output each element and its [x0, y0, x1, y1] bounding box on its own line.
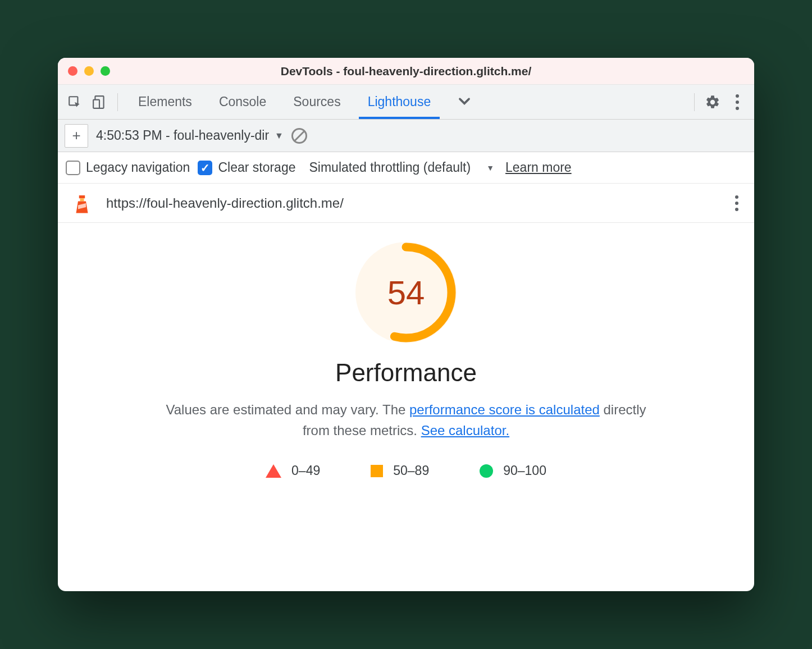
square-icon: [371, 465, 383, 477]
close-window-button[interactable]: [68, 66, 77, 76]
chevron-down-icon: ▼: [275, 131, 284, 141]
lighthouse-options: Legacy navigation ✓ Clear storage Simula…: [58, 152, 754, 184]
tab-console[interactable]: Console: [206, 85, 280, 119]
titlebar: DevTools - foul-heavenly-direction.glitc…: [58, 58, 754, 85]
throttling-label: Simulated throttling (default): [309, 160, 471, 175]
legend-fail: 0–49: [266, 463, 320, 478]
more-tabs-icon[interactable]: [446, 94, 482, 110]
legend-average: 50–89: [371, 463, 429, 478]
triangle-icon: [266, 464, 281, 478]
lighthouse-toolbar: + 4:50:53 PM - foul-heavenly-dir ▼: [58, 120, 754, 152]
score-legend: 0–49 50–89 90–100: [266, 463, 546, 478]
traffic-lights: [58, 66, 110, 76]
clear-storage-label: Clear storage: [218, 160, 295, 175]
toolbar-divider: [117, 93, 118, 111]
main-toolbar: Elements Console Sources Lighthouse: [58, 85, 754, 120]
svg-rect-2: [93, 99, 99, 108]
report-selector-label: 4:50:53 PM - foul-heavenly-dir: [96, 128, 269, 143]
toolbar-divider-right: [694, 93, 695, 111]
report-url: https://foul-heavenly-direction.glitch.m…: [106, 195, 344, 211]
learn-more-link[interactable]: Learn more: [505, 160, 572, 175]
legacy-navigation-label: Legacy navigation: [86, 160, 190, 175]
report-menu-button[interactable]: [732, 192, 742, 214]
clear-storage-option[interactable]: ✓ Clear storage: [198, 160, 295, 175]
device-toggle-icon[interactable]: [88, 91, 111, 113]
tab-sources[interactable]: Sources: [280, 85, 354, 119]
desc-text-1: Values are estimated and may vary. The: [166, 402, 409, 417]
lighthouse-icon: [70, 191, 94, 215]
tab-elements[interactable]: Elements: [125, 85, 206, 119]
maximize-window-button[interactable]: [101, 66, 110, 76]
kebab-menu-icon[interactable]: [726, 91, 749, 113]
see-calculator-link[interactable]: See calculator.: [421, 423, 509, 438]
devtools-window: DevTools - foul-heavenly-direction.glitc…: [58, 58, 754, 591]
legend-fail-label: 0–49: [291, 463, 320, 478]
kebab-icon: [732, 192, 742, 214]
circle-icon: [480, 464, 493, 478]
legend-pass-label: 90–100: [503, 463, 546, 478]
report-category-title: Performance: [335, 359, 477, 387]
legend-avg-label: 50–89: [393, 463, 429, 478]
inspect-element-icon[interactable]: [63, 91, 86, 113]
score-calc-doc-link[interactable]: performance score is calculated: [409, 402, 600, 417]
performance-gauge[interactable]: 54: [355, 242, 457, 343]
chevron-down-icon[interactable]: ▼: [486, 163, 494, 172]
window-title: DevTools - foul-heavenly-direction.glitc…: [58, 65, 754, 78]
checkbox-unchecked-icon[interactable]: [66, 161, 80, 175]
gauge-score-value: 54: [355, 242, 457, 343]
report-description: Values are estimated and may vary. The p…: [153, 399, 659, 441]
checkbox-checked-icon[interactable]: ✓: [198, 161, 212, 175]
tab-lighthouse[interactable]: Lighthouse: [354, 85, 445, 119]
legend-pass: 90–100: [480, 463, 546, 478]
panel-tabs: Elements Console Sources Lighthouse: [125, 85, 444, 119]
report-selector[interactable]: 4:50:53 PM - foul-heavenly-dir ▼: [96, 128, 284, 143]
clear-report-button[interactable]: [291, 128, 307, 144]
legacy-navigation-option[interactable]: Legacy navigation: [66, 160, 190, 175]
new-report-button[interactable]: +: [65, 124, 88, 148]
lighthouse-report: 54 Performance Values are estimated and …: [58, 223, 754, 591]
prohibited-icon: [291, 128, 307, 144]
report-url-bar: https://foul-heavenly-direction.glitch.m…: [58, 184, 754, 223]
settings-icon[interactable]: [701, 91, 724, 113]
minimize-window-button[interactable]: [84, 66, 94, 76]
